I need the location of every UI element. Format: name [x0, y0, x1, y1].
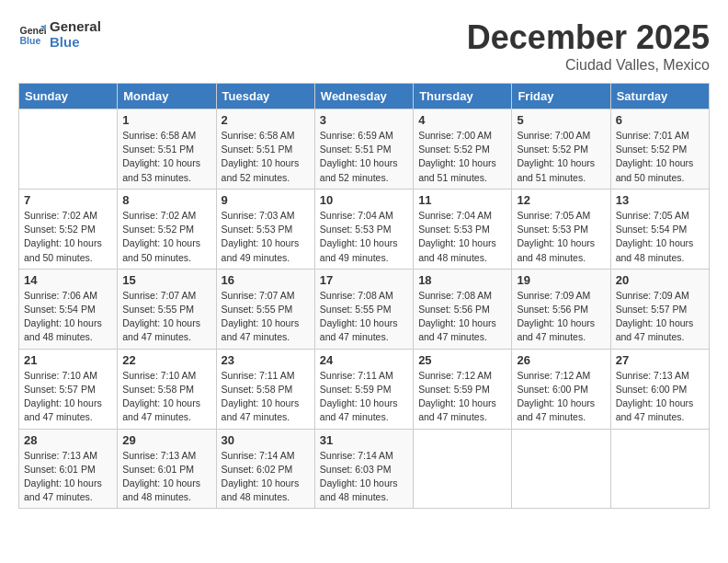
calendar-day-cell: 20Sunrise: 7:09 AM Sunset: 5:57 PM Dayli…	[610, 269, 709, 349]
day-info: Sunrise: 7:13 AM Sunset: 6:01 PM Dayligh…	[122, 449, 210, 505]
day-of-week-header: Friday	[512, 84, 610, 109]
calendar-day-cell: 16Sunrise: 7:07 AM Sunset: 5:55 PM Dayli…	[216, 269, 314, 349]
day-info: Sunrise: 7:13 AM Sunset: 6:01 PM Dayligh…	[24, 449, 112, 505]
day-number: 8	[122, 193, 210, 207]
day-info: Sunrise: 7:05 AM Sunset: 5:53 PM Dayligh…	[517, 209, 605, 265]
day-number: 4	[418, 113, 506, 127]
logo-icon: General Blue	[18, 20, 46, 48]
calendar-day-cell: 7Sunrise: 7:02 AM Sunset: 5:52 PM Daylig…	[19, 189, 118, 269]
day-of-week-header: Thursday	[414, 84, 512, 109]
day-info: Sunrise: 7:10 AM Sunset: 5:57 PM Dayligh…	[24, 369, 112, 425]
day-number: 18	[418, 273, 506, 287]
day-number: 21	[24, 353, 112, 367]
calendar-day-cell: 17Sunrise: 7:08 AM Sunset: 5:55 PM Dayli…	[314, 269, 413, 349]
calendar-day-cell: 5Sunrise: 7:00 AM Sunset: 5:52 PM Daylig…	[512, 109, 610, 190]
calendar-body: 1Sunrise: 6:58 AM Sunset: 5:51 PM Daylig…	[19, 109, 710, 509]
day-info: Sunrise: 7:14 AM Sunset: 6:02 PM Dayligh…	[222, 449, 310, 505]
day-number: 16	[222, 273, 310, 287]
calendar-day-cell: 26Sunrise: 7:12 AM Sunset: 6:00 PM Dayli…	[512, 349, 610, 429]
day-number: 31	[320, 433, 408, 447]
logo-text-general: General	[50, 18, 101, 34]
day-info: Sunrise: 7:14 AM Sunset: 6:03 PM Dayligh…	[320, 449, 408, 505]
day-info: Sunrise: 7:10 AM Sunset: 5:58 PM Dayligh…	[122, 369, 210, 425]
calendar-day-cell	[19, 109, 118, 190]
calendar-day-cell: 12Sunrise: 7:05 AM Sunset: 5:53 PM Dayli…	[512, 189, 610, 269]
logo: General Blue General Blue	[18, 18, 101, 50]
day-number: 3	[320, 113, 408, 127]
calendar-day-cell: 25Sunrise: 7:12 AM Sunset: 5:59 PM Dayli…	[414, 349, 512, 429]
day-number: 19	[517, 273, 605, 287]
day-number: 6	[616, 113, 704, 127]
calendar-day-cell: 22Sunrise: 7:10 AM Sunset: 5:58 PM Dayli…	[118, 349, 216, 429]
calendar-day-cell: 4Sunrise: 7:00 AM Sunset: 5:52 PM Daylig…	[414, 109, 512, 190]
calendar-day-cell: 13Sunrise: 7:05 AM Sunset: 5:54 PM Dayli…	[610, 189, 709, 269]
day-number: 29	[122, 433, 210, 447]
month-title: December 2025	[467, 18, 710, 57]
day-info: Sunrise: 7:13 AM Sunset: 6:00 PM Dayligh…	[616, 369, 704, 425]
day-number: 20	[616, 273, 704, 287]
calendar-day-cell: 2Sunrise: 6:58 AM Sunset: 5:51 PM Daylig…	[216, 109, 314, 190]
day-number: 10	[320, 193, 408, 207]
day-number: 11	[418, 193, 506, 207]
logo-text-blue: Blue	[50, 34, 101, 50]
day-info: Sunrise: 7:05 AM Sunset: 5:54 PM Dayligh…	[616, 209, 704, 265]
day-info: Sunrise: 7:07 AM Sunset: 5:55 PM Dayligh…	[222, 289, 310, 345]
day-info: Sunrise: 7:00 AM Sunset: 5:52 PM Dayligh…	[418, 129, 506, 185]
calendar-day-cell: 31Sunrise: 7:14 AM Sunset: 6:03 PM Dayli…	[314, 429, 413, 509]
calendar-day-cell: 24Sunrise: 7:11 AM Sunset: 5:59 PM Dayli…	[314, 349, 413, 429]
calendar-day-cell: 21Sunrise: 7:10 AM Sunset: 5:57 PM Dayli…	[19, 349, 118, 429]
calendar-day-cell: 28Sunrise: 7:13 AM Sunset: 6:01 PM Dayli…	[19, 429, 118, 509]
day-info: Sunrise: 7:08 AM Sunset: 5:56 PM Dayligh…	[418, 289, 506, 345]
day-info: Sunrise: 7:04 AM Sunset: 5:53 PM Dayligh…	[320, 209, 408, 265]
calendar-week-row: 21Sunrise: 7:10 AM Sunset: 5:57 PM Dayli…	[19, 349, 710, 429]
day-number: 7	[24, 193, 112, 207]
day-number: 28	[24, 433, 112, 447]
day-info: Sunrise: 7:11 AM Sunset: 5:59 PM Dayligh…	[320, 369, 408, 425]
day-info: Sunrise: 7:04 AM Sunset: 5:53 PM Dayligh…	[418, 209, 506, 265]
day-info: Sunrise: 7:06 AM Sunset: 5:54 PM Dayligh…	[24, 289, 112, 345]
calendar-day-cell	[512, 429, 610, 509]
day-info: Sunrise: 7:12 AM Sunset: 6:00 PM Dayligh…	[517, 369, 605, 425]
day-of-week-header: Sunday	[19, 84, 118, 109]
calendar-day-cell: 9Sunrise: 7:03 AM Sunset: 5:53 PM Daylig…	[216, 189, 314, 269]
calendar-week-row: 7Sunrise: 7:02 AM Sunset: 5:52 PM Daylig…	[19, 189, 710, 269]
calendar-day-cell: 30Sunrise: 7:14 AM Sunset: 6:02 PM Dayli…	[216, 429, 314, 509]
day-info: Sunrise: 6:58 AM Sunset: 5:51 PM Dayligh…	[222, 129, 310, 185]
day-number: 24	[320, 353, 408, 367]
calendar-week-row: 1Sunrise: 6:58 AM Sunset: 5:51 PM Daylig…	[19, 109, 710, 190]
calendar-week-row: 28Sunrise: 7:13 AM Sunset: 6:01 PM Dayli…	[19, 429, 710, 509]
day-of-week-header: Saturday	[610, 84, 709, 109]
calendar-week-row: 14Sunrise: 7:06 AM Sunset: 5:54 PM Dayli…	[19, 269, 710, 349]
day-number: 2	[222, 113, 310, 127]
day-number: 27	[616, 353, 704, 367]
day-number: 12	[517, 193, 605, 207]
day-number: 17	[320, 273, 408, 287]
calendar-day-cell: 14Sunrise: 7:06 AM Sunset: 5:54 PM Dayli…	[19, 269, 118, 349]
day-info: Sunrise: 7:12 AM Sunset: 5:59 PM Dayligh…	[418, 369, 506, 425]
calendar-day-cell: 10Sunrise: 7:04 AM Sunset: 5:53 PM Dayli…	[314, 189, 413, 269]
day-info: Sunrise: 7:08 AM Sunset: 5:55 PM Dayligh…	[320, 289, 408, 345]
day-info: Sunrise: 7:01 AM Sunset: 5:52 PM Dayligh…	[616, 129, 704, 185]
calendar-table: SundayMondayTuesdayWednesdayThursdayFrid…	[18, 83, 710, 509]
day-number: 13	[616, 193, 704, 207]
calendar-day-cell: 11Sunrise: 7:04 AM Sunset: 5:53 PM Dayli…	[414, 189, 512, 269]
calendar-day-cell: 8Sunrise: 7:02 AM Sunset: 5:52 PM Daylig…	[118, 189, 216, 269]
day-of-week-header: Tuesday	[216, 84, 314, 109]
day-info: Sunrise: 6:58 AM Sunset: 5:51 PM Dayligh…	[122, 129, 210, 185]
day-info: Sunrise: 7:00 AM Sunset: 5:52 PM Dayligh…	[517, 129, 605, 185]
calendar-day-cell: 19Sunrise: 7:09 AM Sunset: 5:56 PM Dayli…	[512, 269, 610, 349]
calendar-day-cell: 23Sunrise: 7:11 AM Sunset: 5:58 PM Dayli…	[216, 349, 314, 429]
day-info: Sunrise: 7:02 AM Sunset: 5:52 PM Dayligh…	[24, 209, 112, 265]
day-number: 5	[517, 113, 605, 127]
day-info: Sunrise: 7:07 AM Sunset: 5:55 PM Dayligh…	[122, 289, 210, 345]
day-info: Sunrise: 7:09 AM Sunset: 5:57 PM Dayligh…	[616, 289, 704, 345]
day-info: Sunrise: 7:09 AM Sunset: 5:56 PM Dayligh…	[517, 289, 605, 345]
day-number: 25	[418, 353, 506, 367]
day-of-week-header: Wednesday	[314, 84, 413, 109]
day-number: 15	[122, 273, 210, 287]
calendar-day-cell: 29Sunrise: 7:13 AM Sunset: 6:01 PM Dayli…	[118, 429, 216, 509]
day-number: 14	[24, 273, 112, 287]
day-number: 30	[222, 433, 310, 447]
calendar-day-cell: 3Sunrise: 6:59 AM Sunset: 5:51 PM Daylig…	[314, 109, 413, 190]
calendar-day-cell: 18Sunrise: 7:08 AM Sunset: 5:56 PM Dayli…	[414, 269, 512, 349]
